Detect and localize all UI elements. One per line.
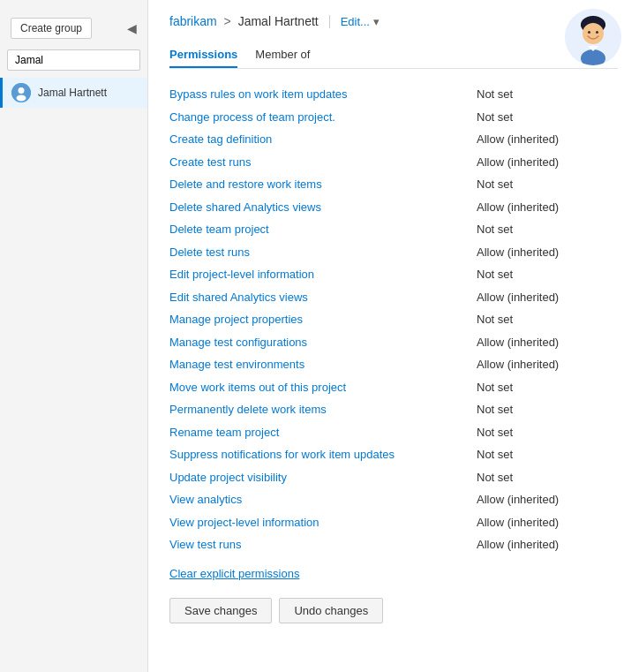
permission-name[interactable]: View test runs <box>169 536 477 554</box>
save-changes-button[interactable]: Save changes <box>169 598 272 623</box>
breadcrumb-separator: > <box>224 14 231 28</box>
svg-point-5 <box>583 23 604 44</box>
main-content: fabrikam > Jamal Hartnett Edit... ▾ Perm… <box>148 0 639 672</box>
table-row: Delete team projectNot set <box>169 218 618 241</box>
permission-value: Not set <box>477 446 618 464</box>
tab-member-of[interactable]: Member of <box>255 42 310 68</box>
table-row: Bypass rules on work item updatesNot set <box>169 83 618 106</box>
table-row: Move work items out of this projectNot s… <box>169 376 618 399</box>
permission-name[interactable]: Edit shared Analytics views <box>169 289 477 306</box>
permission-name[interactable]: Move work items out of this project <box>169 379 477 396</box>
permission-name[interactable]: Suppress notifications for work item upd… <box>169 446 477 464</box>
permission-name[interactable]: Bypass rules on work item updates <box>169 86 477 103</box>
undo-changes-button[interactable]: Undo changes <box>279 598 383 623</box>
permission-value: Not set <box>477 221 618 238</box>
edit-dropdown-label: Edit... <box>341 15 370 28</box>
permission-value: Not set <box>477 311 618 328</box>
user-name-label: Jamal Hartnett <box>38 87 107 99</box>
table-row: Delete test runsAllow (inherited) <box>169 241 618 264</box>
chevron-down-icon: ▾ <box>373 15 380 28</box>
permissions-list: Bypass rules on work item updatesNot set… <box>169 83 618 556</box>
permission-value: Allow (inherited) <box>477 356 618 374</box>
sidebar-header: Create group ◀ <box>0 11 147 49</box>
table-row: Create test runsAllow (inherited) <box>169 151 618 174</box>
sidebar: Create group ◀ Jamal Hartnett <box>0 0 148 672</box>
permission-value: Allow (inherited) <box>477 334 618 351</box>
permission-value: Allow (inherited) <box>477 514 618 532</box>
table-row: Rename team projectNot set <box>169 421 618 444</box>
table-row: Create tag definitionAllow (inherited) <box>169 128 618 151</box>
table-row: View project-level informationAllow (inh… <box>169 511 618 534</box>
table-row: Edit shared Analytics viewsAllow (inheri… <box>169 286 618 309</box>
breadcrumb-text: fabrikam > Jamal Hartnett <box>169 14 319 28</box>
permission-name[interactable]: Rename team project <box>169 424 477 442</box>
permission-name[interactable]: Delete team project <box>169 221 477 238</box>
table-row: Manage test environmentsAllow (inherited… <box>169 353 618 376</box>
create-group-button[interactable]: Create group <box>11 18 92 39</box>
permission-name[interactable]: Delete and restore work items <box>169 176 477 193</box>
svg-point-1 <box>19 87 25 94</box>
permission-name[interactable]: Delete shared Analytics views <box>169 199 477 216</box>
breadcrumb: fabrikam > Jamal Hartnett Edit... ▾ <box>169 14 618 28</box>
permission-value: Not set <box>477 109 618 126</box>
svg-point-7 <box>596 31 598 34</box>
permission-value: Allow (inherited) <box>477 536 618 554</box>
permission-name[interactable]: Create tag definition <box>169 131 477 148</box>
table-row: Delete shared Analytics viewsAllow (inhe… <box>169 196 618 219</box>
permission-value: Allow (inherited) <box>477 244 618 261</box>
avatar-small <box>11 83 31 102</box>
table-row: Permanently delete work itemsNot set <box>169 398 618 421</box>
buttons-row: Save changes Undo changes <box>169 598 618 623</box>
permission-name[interactable]: Change process of team project. <box>169 109 477 126</box>
table-row: Suppress notifications for work item upd… <box>169 443 618 466</box>
permission-name[interactable]: Permanently delete work items <box>169 401 477 419</box>
table-row: Change process of team project.Not set <box>169 106 618 129</box>
permission-name[interactable]: Manage test environments <box>169 356 477 374</box>
permission-value: Allow (inherited) <box>477 199 618 216</box>
svg-point-6 <box>588 31 590 34</box>
permission-value: Allow (inherited) <box>477 154 618 171</box>
table-row: Update project visibilityNot set <box>169 466 618 489</box>
permission-name[interactable]: Edit project-level information <box>169 266 477 283</box>
svg-point-2 <box>17 95 26 102</box>
permission-value: Allow (inherited) <box>477 289 618 306</box>
permission-value: Not set <box>477 86 618 103</box>
breadcrumb-user: Jamal Hartnett <box>238 14 319 28</box>
breadcrumb-org-link[interactable]: fabrikam <box>169 14 217 28</box>
permission-value: Not set <box>477 379 618 396</box>
table-row: Delete and restore work itemsNot set <box>169 173 618 196</box>
permission-value: Not set <box>477 176 618 193</box>
edit-dropdown[interactable]: Edit... ▾ <box>329 15 380 28</box>
permission-name[interactable]: Delete test runs <box>169 244 477 261</box>
search-input[interactable] <box>7 49 140 71</box>
table-row: Manage test configurationsAllow (inherit… <box>169 331 618 354</box>
avatar-large <box>565 9 621 65</box>
collapse-icon[interactable]: ◀ <box>127 21 137 35</box>
permission-value: Not set <box>477 424 618 442</box>
table-row: View analyticsAllow (inherited) <box>169 488 618 511</box>
tabs-row: Permissions Member of <box>169 42 618 69</box>
tab-permissions[interactable]: Permissions <box>169 42 237 68</box>
permission-name[interactable]: Manage test configurations <box>169 334 477 351</box>
permission-value: Allow (inherited) <box>477 491 618 509</box>
permission-name[interactable]: Create test runs <box>169 154 477 171</box>
permission-value: Not set <box>477 266 618 283</box>
table-row: View test runsAllow (inherited) <box>169 533 618 556</box>
permission-name[interactable]: View analytics <box>169 491 477 509</box>
table-row: Manage project propertiesNot set <box>169 308 618 331</box>
table-row: Edit project-level informationNot set <box>169 263 618 286</box>
permission-name[interactable]: Manage project properties <box>169 311 477 328</box>
permission-name[interactable]: View project-level information <box>169 514 477 532</box>
user-list-item[interactable]: Jamal Hartnett <box>0 78 147 108</box>
permission-value: Not set <box>477 401 618 419</box>
permission-value: Not set <box>477 469 618 487</box>
permission-name[interactable]: Update project visibility <box>169 469 477 487</box>
clear-explicit-permissions-link[interactable]: Clear explicit permissions <box>169 567 299 580</box>
permission-value: Allow (inherited) <box>477 131 618 148</box>
